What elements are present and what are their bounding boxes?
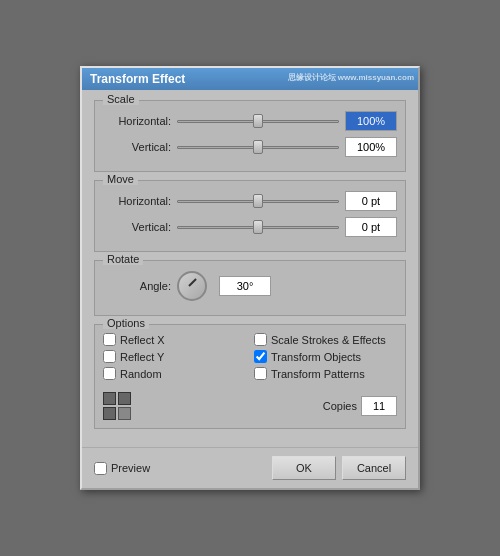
scale-horizontal-track bbox=[177, 120, 339, 123]
move-vertical-input[interactable] bbox=[345, 217, 397, 237]
move-horizontal-label: Horizontal: bbox=[103, 195, 171, 207]
copies-icon-cell-1 bbox=[103, 392, 116, 405]
rotate-angle-label: Angle: bbox=[103, 280, 171, 292]
title-bar: Transform Effect 思缘设计论坛 www.missyuan.com bbox=[82, 68, 418, 90]
copies-icon-cell-3 bbox=[103, 407, 116, 420]
move-horizontal-slider[interactable] bbox=[177, 193, 339, 209]
angle-dial-indicator bbox=[188, 278, 196, 286]
rotate-group-content: Angle: bbox=[103, 271, 397, 301]
options-grid: Reflect X Scale Strokes & Effects Reflec… bbox=[103, 333, 397, 380]
move-horizontal-track bbox=[177, 200, 339, 203]
move-vertical-thumb[interactable] bbox=[253, 220, 263, 234]
scale-strokes-label: Scale Strokes & Effects bbox=[271, 334, 386, 346]
reflect-y-checkbox[interactable] bbox=[103, 350, 116, 363]
transform-objects-checkbox[interactable] bbox=[254, 350, 267, 363]
scale-vertical-slider[interactable] bbox=[177, 139, 339, 155]
random-label: Random bbox=[120, 368, 162, 380]
move-horizontal-thumb[interactable] bbox=[253, 194, 263, 208]
copies-row: Copies bbox=[103, 388, 397, 420]
rotate-group: Rotate Angle: bbox=[94, 260, 406, 316]
copies-icon-cell-2 bbox=[118, 392, 131, 405]
move-vertical-track bbox=[177, 226, 339, 229]
bottom-bar: Preview OK Cancel bbox=[82, 447, 418, 488]
copies-icon-cell-4 bbox=[118, 407, 131, 420]
angle-container bbox=[177, 271, 271, 301]
scale-group-label: Scale bbox=[103, 93, 139, 105]
scale-horizontal-thumb[interactable] bbox=[253, 114, 263, 128]
options-group: Options Reflect X Scale Strokes & Effect… bbox=[94, 324, 406, 429]
scale-vertical-track bbox=[177, 146, 339, 149]
copies-label: Copies bbox=[323, 400, 357, 412]
ok-button[interactable]: OK bbox=[272, 456, 336, 480]
scale-group: Scale Horizontal: Vertical: bbox=[94, 100, 406, 172]
scale-horizontal-input[interactable] bbox=[345, 111, 397, 131]
button-group: OK Cancel bbox=[272, 456, 406, 480]
transform-objects-row: Transform Objects bbox=[254, 350, 397, 363]
reflect-y-row: Reflect Y bbox=[103, 350, 246, 363]
move-group-label: Move bbox=[103, 173, 138, 185]
transform-objects-label: Transform Objects bbox=[271, 351, 361, 363]
dialog-title: Transform Effect bbox=[90, 72, 185, 86]
scale-vertical-input[interactable] bbox=[345, 137, 397, 157]
reflect-x-row: Reflect X bbox=[103, 333, 246, 346]
preview-row: Preview bbox=[94, 462, 272, 475]
copies-input[interactable] bbox=[361, 396, 397, 416]
dialog-body: Scale Horizontal: Vertical: bbox=[82, 90, 418, 447]
copies-icon bbox=[103, 392, 131, 420]
scale-strokes-checkbox[interactable] bbox=[254, 333, 267, 346]
preview-label: Preview bbox=[111, 462, 150, 474]
scale-vertical-label: Vertical: bbox=[103, 141, 171, 153]
transform-patterns-label: Transform Patterns bbox=[271, 368, 365, 380]
scale-horizontal-label: Horizontal: bbox=[103, 115, 171, 127]
move-vertical-row: Vertical: bbox=[103, 217, 397, 237]
move-vertical-label: Vertical: bbox=[103, 221, 171, 233]
reflect-x-label: Reflect X bbox=[120, 334, 165, 346]
cancel-button[interactable]: Cancel bbox=[342, 456, 406, 480]
scale-horizontal-slider[interactable] bbox=[177, 113, 339, 129]
random-checkbox[interactable] bbox=[103, 367, 116, 380]
options-group-label: Options bbox=[103, 317, 149, 329]
rotate-angle-input[interactable] bbox=[219, 276, 271, 296]
rotate-angle-row: Angle: bbox=[103, 271, 397, 301]
transform-patterns-checkbox[interactable] bbox=[254, 367, 267, 380]
move-group-content: Horizontal: Vertical: bbox=[103, 191, 397, 237]
angle-dial[interactable] bbox=[177, 271, 207, 301]
scale-strokes-row: Scale Strokes & Effects bbox=[254, 333, 397, 346]
watermark: 思缘设计论坛 www.missyuan.com bbox=[288, 72, 414, 83]
transform-effect-dialog: Transform Effect 思缘设计论坛 www.missyuan.com… bbox=[80, 66, 420, 490]
random-row: Random bbox=[103, 367, 246, 380]
move-group: Move Horizontal: Vertical: bbox=[94, 180, 406, 252]
scale-vertical-thumb[interactable] bbox=[253, 140, 263, 154]
rotate-group-label: Rotate bbox=[103, 253, 143, 265]
transform-patterns-row: Transform Patterns bbox=[254, 367, 397, 380]
scale-horizontal-row: Horizontal: bbox=[103, 111, 397, 131]
reflect-y-label: Reflect Y bbox=[120, 351, 164, 363]
move-horizontal-row: Horizontal: bbox=[103, 191, 397, 211]
scale-vertical-row: Vertical: bbox=[103, 137, 397, 157]
move-vertical-slider[interactable] bbox=[177, 219, 339, 235]
move-horizontal-input[interactable] bbox=[345, 191, 397, 211]
preview-checkbox[interactable] bbox=[94, 462, 107, 475]
reflect-x-checkbox[interactable] bbox=[103, 333, 116, 346]
scale-group-content: Horizontal: Vertical: bbox=[103, 111, 397, 157]
